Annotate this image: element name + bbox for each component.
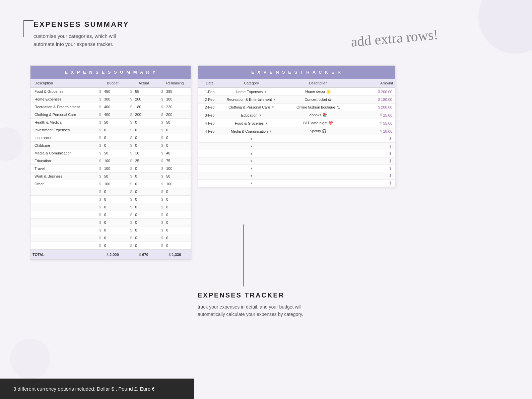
tracker-cell-amount: $ 200.00 [355,88,395,95]
tracker-table-header: E X P E N S E S T R A C K E R [198,66,395,79]
summary-cell-actual: $0 [128,180,159,188]
tracker-cell-amount: $ 200.00 [355,104,395,111]
summary-cell-budget: $0 [97,219,128,226]
table-row: $0 $0 $0 [30,188,191,196]
total-actual: $ 670 [128,250,159,259]
summary-cell-budget: $50 [97,119,128,126]
table-row: Education $100 $25 $75 [30,157,191,165]
tracker-cell-category: Media & Comunication ▼ [221,128,281,135]
summary-cell-remaining: $0 [159,211,191,218]
tracker-cell-date [198,167,221,170]
summary-cell-desc: Other [30,180,97,188]
summary-cell-actual: $0 [128,173,159,180]
summary-cell-remaining: $0 [159,196,191,203]
tracker-cell-description [281,145,355,148]
summary-cell-remaining: $75 [159,157,191,164]
summary-cell-budget: $50 [97,149,128,157]
tracker-cell-description: BFF date night 💖 [281,119,355,127]
tracker-cell-amount: $ 55.00 [355,120,395,127]
summary-cell-remaining: $100 [159,180,191,188]
tracker-cell-date [198,137,221,141]
dropdown-arrow[interactable]: ▼ [269,130,272,133]
tracker-cell-description: Spotify 🎧 [281,127,355,135]
total-budget: $ 2,000 [97,250,128,259]
tracker-cell-date [198,182,221,185]
dropdown-arrow[interactable]: ▼ [265,122,268,125]
table-row: Food & Groceries $450 $55 $395 [30,88,191,95]
table-row: $0 $0 $0 [30,219,191,226]
table-row: ▼ $ [198,165,395,172]
summary-cell-actual: $0 [128,126,159,134]
summary-cell-budget: $0 [97,134,128,141]
summary-cell-budget: $0 [97,242,128,249]
tracker-cell-category: ▼ [221,165,281,172]
tracker-rows: 1-Feb Home Expenses ▼ Home decor 🌟 $ 200… [198,88,395,187]
dropdown-arrow[interactable]: ▼ [271,106,274,109]
table-row: 1-Feb Home Expenses ▼ Home decor 🌟 $ 200… [198,88,395,96]
tracker-cell-description: Home decor 🌟 [281,88,355,95]
summary-cell-desc [30,205,97,209]
tracker-cell-date: 4-Feb [198,120,221,127]
col-header-actual: Actual [128,79,159,87]
tracker-cell-category: Food & Groceries ▼ [221,120,281,127]
summary-cell-actual: $200 [128,111,159,118]
summary-cell-actual: $55 [128,88,159,95]
tracker-cell-category: ▼ [221,173,281,179]
summary-cell-budget: $400 [97,111,128,118]
tracker-cell-amount: $ [355,150,395,157]
tracker-cell-amount: $ [355,143,395,150]
tracker-cell-category: ▼ [221,180,281,187]
summary-cell-desc [30,244,97,247]
summary-cell-actual: $0 [128,219,159,226]
summary-cell-actual: $0 [128,211,159,218]
summary-cell-actual: $0 [128,188,159,195]
summary-cell-actual: $25 [128,157,159,164]
summary-cell-desc: Home Expenses [30,95,97,103]
tracker-cell-category: Clothing & Personal Care ▼ [221,104,281,111]
tracker-cell-date: 4-Feb [198,128,221,135]
summary-cell-actual: $0 [128,226,159,234]
bottom-bar-text: 3 different currency options included: D… [13,386,181,392]
table-row: ▼ $ [198,135,395,143]
summary-cell-actual: $0 [128,203,159,211]
dropdown-arrow[interactable]: ▼ [259,114,262,117]
summary-cell-desc: Travel [30,165,97,172]
table-row: $0 $0 $0 [30,242,191,250]
tracker-bottom-line [243,224,244,286]
summary-cell-remaining: $0 [159,219,191,226]
handwriting-annotation: add extra rows! [350,26,439,50]
table-row: Work & Business $50 $0 $50 [30,173,191,180]
tracker-cell-date [198,152,221,155]
col-header-remaining: Remaining [159,79,191,87]
summary-cell-remaining: $0 [159,188,191,195]
tracker-cell-category: ▼ [221,150,281,157]
summary-table-container: E X P E N S E S S U M M A R Y Descriptio… [30,65,191,260]
summary-cell-actual: $0 [128,242,159,249]
summary-cell-desc: Clothing & Personal Care [30,111,97,118]
summary-cell-desc: Recreation & Entertainment [30,103,97,111]
summary-cell-desc [30,221,97,224]
tracker-cell-amount: $ [355,157,395,164]
summary-cell-desc [30,198,97,201]
table-row: Insurance $0 $0 $0 [30,134,191,142]
summary-cell-remaining: $220 [159,103,191,111]
summary-cell-budget: $100 [97,165,128,172]
dropdown-arrow[interactable]: ▼ [264,90,267,93]
tracker-col-header-category: Category [221,79,281,87]
summary-cell-desc: Childcare [30,142,97,149]
col-header-budget: Budget [97,79,128,87]
tracker-bottom-section: EXPENSES TRACKER track your expenses in … [198,291,303,318]
table-row: Travel $100 $0 $100 [30,165,191,173]
summary-cell-desc: Investment Expenses [30,126,97,134]
dropdown-arrow[interactable]: ▼ [273,98,276,101]
summary-cell-desc: Education [30,157,97,164]
summary-cell-remaining: $50 [159,173,191,180]
bg-circle-mid-left [0,127,23,161]
summary-cell-budget: $0 [97,234,128,242]
summary-cell-remaining: $0 [159,242,191,249]
summary-cell-actual: $180 [128,103,159,111]
total-row: TOTAL $ 2,000 $ 670 $ 1,330 [30,250,191,259]
summary-cell-remaining: $0 [159,234,191,242]
tracker-cell-date [198,145,221,148]
summary-cell-desc [30,213,97,216]
